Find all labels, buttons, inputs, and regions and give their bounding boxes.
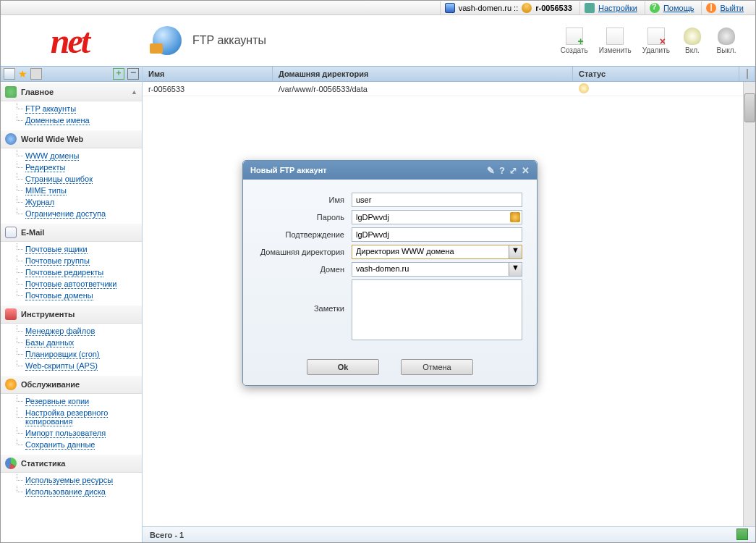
- th-dir[interactable]: Домашняя директория: [273, 67, 573, 81]
- scrollbar-thumb[interactable]: [744, 93, 755, 122]
- export-excel-icon[interactable]: [736, 529, 748, 540]
- th-options[interactable]: [739, 67, 755, 81]
- nav-item[interactable]: Почтовые редиректы: [17, 266, 142, 278]
- nav-item[interactable]: Импорт пользователя: [17, 427, 142, 439]
- help-segment[interactable]: Помощь: [645, 1, 699, 14]
- textarea-notes[interactable]: [352, 279, 522, 340]
- footer-total: Всего - 1: [150, 531, 184, 539]
- nav-item[interactable]: Журнал: [17, 196, 142, 208]
- cancel-button[interactable]: Отмена: [401, 359, 473, 375]
- chevron-down-icon[interactable]: ▼: [509, 245, 522, 258]
- chevron-down-icon[interactable]: ▼: [509, 263, 522, 276]
- monitor-icon: [445, 3, 455, 13]
- exit-segment[interactable]: Выйти: [701, 1, 748, 14]
- input-confirm[interactable]: [352, 227, 522, 242]
- title-area: FTP аккаунты: [153, 26, 535, 55]
- expand-all-icon[interactable]: +: [113, 68, 124, 80]
- nav-item[interactable]: Почтовые группы: [17, 255, 142, 266]
- nav-item-label: Используемые ресурсы: [25, 476, 113, 485]
- logo[interactable]: net: [8, 21, 131, 61]
- settings-icon: [585, 3, 595, 13]
- nav-group-header[interactable]: Обслуживание: [1, 376, 142, 394]
- maximize-icon[interactable]: ⤢: [509, 165, 517, 176]
- delete-icon: [647, 28, 665, 45]
- dialog-help-icon[interactable]: ?: [499, 165, 505, 176]
- bulb-off-icon: [718, 28, 735, 45]
- create-label: Создать: [561, 46, 588, 54]
- copy-icon[interactable]: [30, 68, 42, 80]
- nav-group-icon: [5, 308, 17, 320]
- help-link[interactable]: Помощь: [663, 4, 695, 12]
- td-name: r-0056533: [143, 85, 273, 93]
- nav-item[interactable]: Почтовые автоответчики: [17, 278, 142, 290]
- settings-link[interactable]: Настройки: [598, 4, 637, 12]
- globe-icon: [153, 26, 182, 55]
- generate-password-icon[interactable]: [510, 212, 520, 222]
- label-name: Имя: [258, 195, 352, 204]
- select-domain-value: vash-domen.ru: [352, 263, 509, 276]
- nav-group-header[interactable]: Статистика: [1, 455, 142, 473]
- dialog-titlebar[interactable]: Новый FTP аккаунт ✎ ? ⤢ ✕: [243, 161, 537, 180]
- header: net FTP аккаунты Создать Изменить Удалит…: [1, 15, 755, 66]
- exit-icon: [706, 3, 716, 13]
- nav-item[interactable]: Доменные имена: [17, 114, 142, 126]
- nav-item[interactable]: Менеджер файлов: [17, 325, 142, 337]
- off-button[interactable]: Выкл.: [710, 25, 742, 57]
- nav-group-header[interactable]: E-Mail: [1, 224, 142, 242]
- on-button[interactable]: Вкл.: [676, 25, 708, 57]
- nav-group-header[interactable]: World Wide Web: [1, 130, 142, 148]
- nav-item[interactable]: Используемые ресурсы: [17, 474, 142, 486]
- nav-group-label: Инструменты: [21, 310, 75, 319]
- settings-segment[interactable]: Настройки: [579, 1, 642, 14]
- nav-item[interactable]: WWW домены: [17, 150, 142, 161]
- input-name[interactable]: [352, 193, 522, 207]
- nav-item[interactable]: Сохранить данные: [17, 439, 142, 450]
- nav-item[interactable]: FTP аккаунты: [17, 103, 142, 114]
- nav-group-header[interactable]: Главное▲: [1, 83, 142, 101]
- create-button[interactable]: Создать: [556, 25, 593, 57]
- nav-item[interactable]: Почтовые домены: [17, 290, 142, 301]
- nav-item[interactable]: Планировщик (cron): [17, 348, 142, 360]
- close-icon[interactable]: ✕: [522, 165, 530, 176]
- select-domain[interactable]: vash-domen.ru ▼: [352, 262, 522, 277]
- nav-item[interactable]: Страницы ошибок: [17, 173, 142, 185]
- new-ftp-dialog: Новый FTP аккаунт ✎ ? ⤢ ✕ Имя Пароль Под…: [242, 160, 538, 386]
- nav-item-label: Почтовые ящики: [25, 245, 88, 254]
- collapse-all-icon[interactable]: −: [127, 68, 139, 80]
- nav-item-label: Планировщик (cron): [25, 350, 100, 359]
- nav-item[interactable]: MIME типы: [17, 185, 142, 196]
- table-header: Имя Домашняя директория Статус: [143, 66, 755, 82]
- delete-button[interactable]: Удалить: [638, 25, 674, 57]
- sidebar: ★ + − Главное▲FTP аккаунтыДоменные имена…: [1, 66, 143, 542]
- vertical-scrollbar[interactable]: [743, 82, 755, 526]
- pin-icon[interactable]: ✎: [487, 165, 495, 176]
- ok-button[interactable]: Ok: [307, 359, 379, 375]
- nav-item-label: Использование диска: [25, 487, 106, 497]
- exit-link[interactable]: Выйти: [720, 4, 744, 12]
- row-confirm: Подтверждение: [258, 227, 522, 242]
- nav-item[interactable]: Базы данных: [17, 337, 142, 348]
- select-homedir[interactable]: Директория WWW домена ▼: [352, 245, 522, 259]
- nav-item[interactable]: Резервные копии: [17, 395, 142, 407]
- nav-item-label: Менеджер файлов: [25, 327, 95, 336]
- nav-item[interactable]: Использование диска: [17, 486, 142, 497]
- table-row[interactable]: r-0056533 /var/www/r-0056533/data: [143, 82, 755, 96]
- star-icon[interactable]: ★: [18, 69, 27, 79]
- nav-group-header[interactable]: Инструменты: [1, 306, 142, 324]
- input-password[interactable]: [352, 210, 522, 224]
- nav-group-label: E-Mail: [21, 228, 44, 237]
- nav-group-label: World Wide Web: [21, 135, 83, 143]
- edit-button[interactable]: Изменить: [595, 25, 636, 57]
- nav-item-label: Почтовые домены: [25, 291, 93, 300]
- dialog-body: Имя Пароль Подтверждение Домашняя директ…: [243, 180, 537, 352]
- nav-item[interactable]: Почтовые ящики: [17, 243, 142, 255]
- nav-group-icon: [5, 227, 17, 238]
- nav-item-label: Страницы ошибок: [25, 174, 93, 184]
- nav-item[interactable]: Ограничение доступа: [17, 208, 142, 219]
- nav-item[interactable]: Настройка резервного копирования: [17, 407, 142, 427]
- list-view-icon[interactable]: [4, 68, 15, 80]
- th-name[interactable]: Имя: [143, 67, 273, 81]
- nav-item[interactable]: Web-скрипты (APS): [17, 360, 142, 371]
- nav-item[interactable]: Редиректы: [17, 161, 142, 173]
- th-status[interactable]: Статус: [573, 67, 739, 81]
